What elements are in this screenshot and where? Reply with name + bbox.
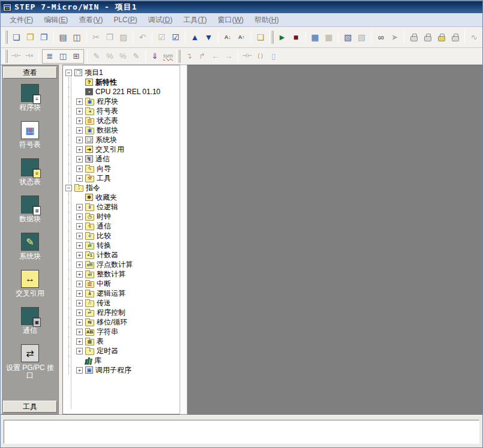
bookmark-glasses-button[interactable]: ∞ bbox=[374, 30, 388, 44]
tree-item-cross-reference[interactable]: +➜交叉引用 bbox=[65, 145, 179, 154]
tree-expand-plus-box[interactable]: + bbox=[76, 252, 83, 258]
tree-item-string[interactable]: +AB字符串 bbox=[65, 327, 179, 336]
tree-expand-minus-box[interactable]: − bbox=[65, 70, 72, 76]
sidebar-item-set-pg-pc-interface[interactable]: ⇄设置 PG/PC 接口 bbox=[3, 344, 57, 380]
tree-expand-plus-box[interactable]: + bbox=[76, 367, 83, 374]
symbolic-addressing-button[interactable]: sym bbox=[161, 50, 175, 63]
tree-expand-plus-box[interactable]: + bbox=[76, 127, 83, 134]
line-left-button[interactable]: ← bbox=[209, 50, 222, 63]
line-down-button[interactable]: ↴ bbox=[182, 50, 196, 63]
lock-2-button[interactable] bbox=[421, 30, 434, 44]
tree-item-compare[interactable]: +<比较 bbox=[65, 231, 179, 240]
sidebar-item-symbol-table[interactable]: ▦符号表 bbox=[3, 121, 57, 149]
tree-expand-plus-box[interactable]: + bbox=[76, 319, 83, 326]
tree-item-wizards[interactable]: +✎向导 bbox=[65, 164, 179, 173]
edit-mode-4-button[interactable]: ✎ bbox=[130, 50, 143, 63]
line-right-button[interactable]: → bbox=[222, 50, 235, 63]
insert-coil-button[interactable]: ( ) bbox=[254, 50, 267, 63]
tree-item-counters[interactable]: ++1计数器 bbox=[65, 250, 179, 260]
new-project-button[interactable]: ❏ bbox=[10, 30, 23, 44]
sidebar-item-system-block[interactable]: ✎系统块 bbox=[3, 233, 57, 260]
edit-mode-2-button[interactable]: % bbox=[103, 50, 116, 63]
menu-item-plc[interactable]: PLC(P) bbox=[108, 14, 142, 25]
sidebar-item-status-chart[interactable]: ≡状态表 bbox=[3, 158, 57, 186]
pause-chart-status-button[interactable]: ▧ bbox=[355, 30, 368, 44]
undo-button[interactable]: ↶ bbox=[136, 30, 149, 44]
tree-expand-plus-box[interactable]: + bbox=[76, 223, 83, 230]
edit-mode-1-button[interactable]: ✎ bbox=[90, 50, 103, 63]
view-lad-button[interactable]: ⊞ bbox=[70, 50, 83, 63]
tree-item-bit-logic[interactable]: +‖位逻辑 bbox=[65, 202, 179, 212]
view-stl-button[interactable]: ≣ bbox=[43, 50, 56, 63]
tree-expand-plus-box[interactable]: + bbox=[76, 309, 83, 316]
tree-item-floating-point-math[interactable]: +±R浮点数计算 bbox=[65, 260, 179, 269]
sidebar-item-cross-reference[interactable]: ↔交叉引用 bbox=[3, 270, 57, 297]
tree-expand-plus-box[interactable]: + bbox=[76, 175, 83, 182]
tree-expand-plus-box[interactable]: + bbox=[76, 242, 83, 249]
tree-item-favorites[interactable]: ✱收藏夹 bbox=[65, 193, 179, 202]
tree-item-tools[interactable]: +⚒工具 bbox=[65, 173, 179, 183]
ladder-contact-io-button[interactable]: ⊣⊢ bbox=[10, 50, 23, 63]
menu-item-edit[interactable]: 编辑(E) bbox=[38, 14, 73, 26]
tree-item-logical-operations[interactable]: +∧逻辑运算 bbox=[65, 288, 179, 298]
tree-expand-plus-box[interactable]: + bbox=[76, 281, 83, 287]
menu-item-file[interactable]: 文件(F) bbox=[4, 14, 38, 26]
insert-box-button[interactable]: ▯ bbox=[267, 50, 280, 63]
toolbar-drag-handle[interactable] bbox=[176, 50, 181, 63]
tree-expand-plus-box[interactable]: + bbox=[76, 329, 83, 335]
tree-item-cpu-221[interactable]: ▪CPU 221 REL 01.10 bbox=[65, 87, 179, 97]
tree-item-system-block[interactable]: +❏系统块 bbox=[65, 135, 179, 145]
tree-expand-plus-box[interactable]: + bbox=[76, 137, 83, 143]
sidebar-item-program-block[interactable]: ≡程序块 bbox=[3, 84, 57, 112]
tree-item-data-block[interactable]: +▣数据块 bbox=[65, 125, 179, 135]
print-preview-button[interactable]: ◫ bbox=[70, 30, 84, 44]
tree-item-interrupt[interactable]: +▥中断 bbox=[65, 279, 179, 288]
pointer-button[interactable]: ➤ bbox=[388, 30, 401, 44]
tree-expand-plus-box[interactable]: + bbox=[76, 146, 83, 153]
pause-program-status-button[interactable]: ▦ bbox=[322, 30, 336, 44]
tree-item-program-block[interactable]: +▣程序块 bbox=[65, 97, 179, 106]
tools-bar-header-button[interactable]: 工具 bbox=[3, 401, 57, 413]
sort-descending-button[interactable]: A↑ bbox=[235, 30, 248, 44]
menu-item-help[interactable]: 帮助(H) bbox=[249, 14, 284, 26]
menu-item-debug[interactable]: 调试(D) bbox=[143, 14, 178, 26]
sidebar-item-communications[interactable]: ▣通信 bbox=[3, 307, 57, 335]
trend-chart-button[interactable]: ∿ bbox=[467, 30, 481, 44]
tree-scrollbar[interactable] bbox=[180, 65, 187, 414]
toolbar-drag-handle[interactable] bbox=[269, 31, 274, 44]
tree-expand-plus-box[interactable]: + bbox=[76, 300, 83, 306]
sidebar-item-data-block[interactable]: ≣数据块 bbox=[3, 196, 57, 223]
compile-all-button[interactable]: ☑ bbox=[169, 30, 182, 44]
tree-item-symbol-table[interactable]: +◂符号表 bbox=[65, 106, 179, 116]
tree-expand-plus-box[interactable]: + bbox=[76, 338, 83, 345]
download-button[interactable]: ▼ bbox=[202, 30, 215, 44]
tree-item-timers[interactable]: +◔定时器 bbox=[65, 346, 179, 356]
run-button[interactable]: ► bbox=[275, 30, 289, 44]
view-bar-header-button[interactable]: 查看 bbox=[3, 67, 57, 79]
tree-item-shift-rotate[interactable]: +⇆移位/循环 bbox=[65, 317, 179, 327]
cut-button[interactable]: ✂ bbox=[89, 30, 103, 44]
upload-button[interactable]: ▲ bbox=[188, 30, 202, 44]
paste-button[interactable]: ▨ bbox=[116, 30, 130, 44]
toolbar-drag-handle[interactable] bbox=[4, 31, 8, 44]
output-box[interactable] bbox=[4, 420, 479, 444]
tree-item-clock[interactable]: +◷时钟 bbox=[65, 212, 179, 221]
line-up-button[interactable]: ↱ bbox=[196, 50, 209, 63]
tree-expand-plus-box[interactable]: + bbox=[76, 166, 83, 172]
tree-expand-plus-box[interactable]: + bbox=[76, 271, 83, 278]
menu-item-window[interactable]: 窗口(W) bbox=[212, 14, 249, 26]
tree-item-instructions[interactable]: −↓指令 bbox=[65, 183, 179, 193]
menu-item-view[interactable]: 查看(V) bbox=[73, 14, 108, 26]
stop-button[interactable]: ■ bbox=[289, 30, 303, 44]
tree-item-whats-new[interactable]: ?新特性 bbox=[65, 77, 179, 87]
tree-expand-plus-box[interactable]: + bbox=[76, 204, 83, 211]
lock-3-button[interactable] bbox=[448, 30, 462, 44]
tree-expand-plus-box[interactable]: + bbox=[76, 290, 83, 297]
open-project-button[interactable]: ❒ bbox=[23, 30, 37, 44]
menu-item-tools[interactable]: 工具(T) bbox=[178, 14, 212, 26]
sort-ascending-button[interactable]: A↓ bbox=[221, 30, 235, 44]
ladder-contact-x-button[interactable]: ⊣× bbox=[23, 50, 36, 63]
tree-item-status-chart[interactable]: +▥状态表 bbox=[65, 116, 179, 125]
tree-expand-plus-box[interactable]: + bbox=[76, 98, 83, 105]
toolbar-drag-handle[interactable] bbox=[4, 50, 8, 63]
